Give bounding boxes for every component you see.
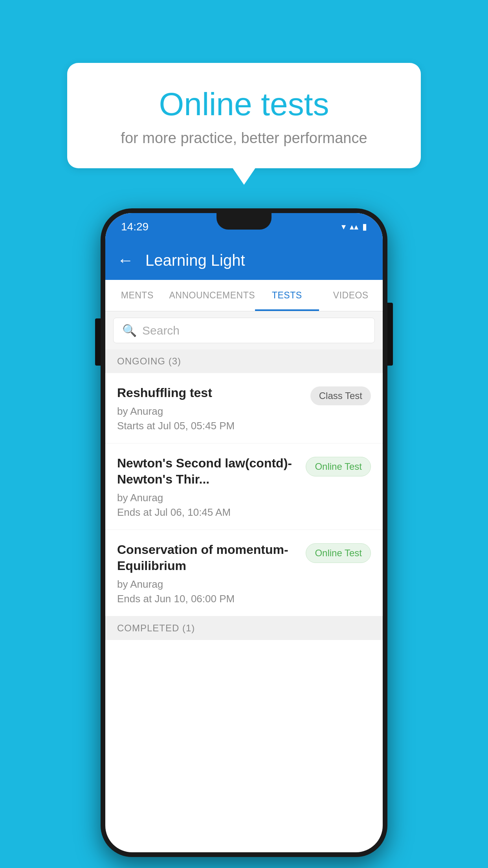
test-item-newtons[interactable]: Newton's Second law(contd)-Newton's Thir… — [105, 443, 383, 530]
test-info-conservation: Conservation of momentum-Equilibrium by … — [117, 542, 299, 605]
test-item-conservation[interactable]: Conservation of momentum-Equilibrium by … — [105, 530, 383, 616]
search-input[interactable]: Search — [142, 324, 180, 337]
signal-icon: ▴▴ — [350, 222, 358, 232]
completed-section-header: COMPLETED (1) — [105, 616, 383, 640]
status-time: 14:29 — [121, 221, 149, 233]
test-title-reshuffling: Reshuffling test — [117, 385, 304, 401]
tab-videos[interactable]: VIDEOS — [319, 280, 383, 311]
test-badge-conservation: Online Test — [306, 543, 371, 563]
test-date-newtons: Ends at Jul 06, 10:45 AM — [117, 506, 299, 519]
test-title-newtons: Newton's Second law(contd)-Newton's Thir… — [117, 455, 299, 488]
bubble-title: Online tests — [99, 86, 389, 122]
phone-outer: 14:29 ▾ ▴▴ ▮ ← Learning Light MENTS ANNO… — [101, 208, 387, 857]
phone-notch — [216, 213, 272, 230]
search-container: 🔍 Search — [105, 311, 383, 349]
test-info-reshuffling: Reshuffling test by Anurag Starts at Jul… — [117, 385, 304, 432]
test-item-reshuffling[interactable]: Reshuffling test by Anurag Starts at Jul… — [105, 373, 383, 443]
test-date-reshuffling: Starts at Jul 05, 05:45 PM — [117, 420, 304, 432]
test-info-newtons: Newton's Second law(contd)-Newton's Thir… — [117, 455, 299, 519]
test-date-conservation: Ends at Jun 10, 06:00 PM — [117, 593, 299, 605]
speech-bubble-container: Online tests for more practice, better p… — [67, 63, 421, 168]
tab-tests[interactable]: TESTS — [255, 280, 319, 311]
phone-wrapper: 14:29 ▾ ▴▴ ▮ ← Learning Light MENTS ANNO… — [101, 208, 387, 857]
app-title: Learning Light — [145, 252, 245, 269]
tabs-bar: MENTS ANNOUNCEMENTS TESTS VIDEOS — [105, 280, 383, 311]
tab-announcements[interactable]: ANNOUNCEMENTS — [169, 280, 255, 311]
wifi-icon: ▾ — [341, 222, 346, 232]
ongoing-section-header: ONGOING (3) — [105, 349, 383, 373]
search-box[interactable]: 🔍 Search — [113, 318, 375, 343]
app-bar: ← Learning Light — [105, 241, 383, 280]
speech-bubble: Online tests for more practice, better p… — [67, 63, 421, 168]
test-author-conservation: by Anurag — [117, 578, 299, 590]
bubble-subtitle: for more practice, better performance — [99, 130, 389, 147]
phone-inner: 14:29 ▾ ▴▴ ▮ ← Learning Light MENTS ANNO… — [105, 213, 383, 852]
test-badge-reshuffling: Class Test — [310, 386, 371, 405]
search-icon: 🔍 — [122, 324, 137, 337]
back-button[interactable]: ← — [117, 251, 134, 270]
test-title-conservation: Conservation of momentum-Equilibrium — [117, 542, 299, 574]
test-author-reshuffling: by Anurag — [117, 405, 304, 417]
status-icons: ▾ ▴▴ ▮ — [341, 222, 367, 232]
tab-ments[interactable]: MENTS — [105, 280, 169, 311]
test-badge-newtons: Online Test — [306, 457, 371, 476]
battery-icon: ▮ — [362, 222, 367, 232]
test-author-newtons: by Anurag — [117, 492, 299, 504]
